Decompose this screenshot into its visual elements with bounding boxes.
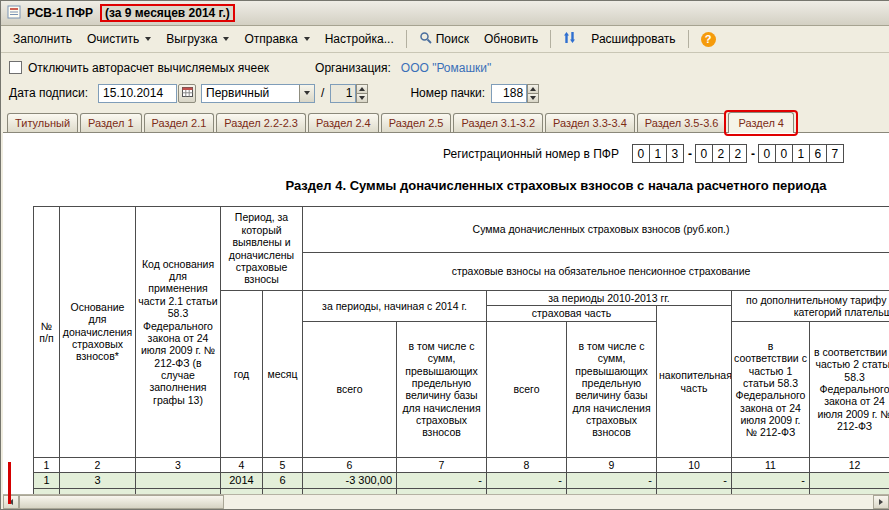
reg-digit-cell: 0 [775,144,793,163]
scroll-thumb[interactable] [19,495,224,509]
organization-label: Организация: [315,61,391,75]
reg-digit-cell: 2 [729,144,747,163]
toolbar-separator [550,30,551,48]
header-cell-periods-2010-2013: за периоды 2010-2013 гг. [487,291,732,306]
send-button-label: Отправка [244,32,297,46]
column-number: 9 [567,457,657,472]
column-number: 5 [263,457,303,472]
calendar-button[interactable] [178,84,196,103]
header-cell-nakop-part: накопительная часть [657,306,732,457]
tab-razdel-2-4[interactable]: Раздел 2.4 [308,113,379,132]
tab-razdel-2-2-2-3[interactable]: Раздел 2.2-2.3 [216,113,306,132]
data-cell[interactable]: 6 [263,473,303,489]
table-row: 1 3 2014 6 -3 300,00 - - - - - - [34,473,889,489]
fill-button[interactable]: Заполнить [6,28,79,50]
header-cell-year: год [221,291,263,458]
tab-titulnyj[interactable]: Титульный [7,113,78,132]
header-cell-basis: Основание для доначисления страховых взн… [60,207,136,458]
header-cell-total-2010: всего [487,321,567,457]
exchange-button[interactable] [556,27,583,51]
reg-digit-cell: 0 [632,144,650,163]
data-cell[interactable]: 1 [34,473,60,489]
settings-button[interactable]: Настройка... [318,28,401,50]
header-cell-total-2014: всего [303,321,397,457]
autocalc-checkbox[interactable] [9,61,22,74]
header-cell-dop-tarif-text: по дополнительному тарифу для отдельных … [734,294,889,319]
report-type-value: Первичный [206,86,269,100]
column-number: 12 [810,457,889,472]
tab-label: Раздел 3.3-3.4 [553,117,627,129]
column-number: 8 [487,457,567,472]
reg-digit-cell: 0 [758,144,776,163]
header-cell-sum: Сумма доначисленных страховых взносов (р… [303,207,889,253]
header-cell-dop-tarif: по дополнительному тарифу для отдельных … [732,291,889,322]
reg-number-field[interactable]: 0 1 3 [633,144,684,163]
data-cell[interactable] [136,473,221,489]
data-cell[interactable]: -3 300,00 [303,473,397,489]
pack-number-stepper[interactable]: 188 [491,84,539,103]
tab-razdel-1[interactable]: Раздел 1 [80,113,142,132]
reg-number-dash: - [688,147,692,161]
data-cell[interactable]: - [397,473,487,489]
registration-number-row: Регистрационный номер в ПФР 0 1 3 - 0 2 … [443,144,889,163]
autocalc-checkbox-label: Отключить авторасчет вычисляемых ячеек [28,61,269,75]
data-cell[interactable]: - [487,473,567,489]
tab-razdel-4[interactable]: Раздел 4 [728,112,794,133]
header-cell-code: Код основания для применения части 2.1 с… [136,207,221,458]
column-number: 3 [136,457,221,472]
window-title: РСВ-1 ПФР [27,6,93,20]
column-number: 6 [303,457,397,472]
scroll-left-button[interactable] [3,495,19,509]
header-cell-strah-part: страховая часть [487,306,657,321]
revision-input[interactable]: 1 [330,84,356,103]
data-cell[interactable]: 3 [60,473,136,489]
reg-digit-cell: 3 [666,144,684,163]
data-cell[interactable]: - [657,473,732,489]
spin-down-button[interactable] [356,93,368,103]
chevron-down-icon [359,96,365,100]
reg-number-field[interactable]: 0 0 1 6 7 [759,144,844,163]
tab-razdel-2-5[interactable]: Раздел 2.5 [381,113,452,132]
header-cell-incl-2010: в том числе с сумм, превышающих предельн… [567,321,657,457]
help-button[interactable]: ? [694,28,723,51]
combo-dropdown-button[interactable] [299,85,314,102]
data-cell[interactable]: - [732,473,810,489]
hscrollbar[interactable] [3,494,889,509]
export-button[interactable]: Выгрузка [159,28,236,50]
reg-digit-cell: 0 [695,144,713,163]
revision-stepper[interactable]: 1 [330,84,368,103]
search-icon [419,31,432,47]
send-button[interactable]: Отправка [237,28,316,50]
help-icon: ? [701,32,716,47]
reg-digit-cell: 1 [649,144,667,163]
refresh-button[interactable]: Обновить [477,28,545,50]
tab-razdel-2-1[interactable]: Раздел 2.1 [144,113,215,132]
decipher-button[interactable]: Расшифровать [584,28,682,50]
data-cell[interactable]: - [567,473,657,489]
sign-date-label: Дата подписи: [9,86,88,100]
up-down-arrows-icon [563,31,576,47]
tab-razdel-3-3-3-4[interactable]: Раздел 3.3-3.4 [545,113,635,132]
reg-number-field[interactable]: 0 2 2 [696,144,747,163]
data-cell[interactable]: 2014 [221,473,263,489]
data-cell[interactable]: - [810,473,889,489]
report-type-combobox[interactable]: Первичный [201,84,315,103]
revision-spin-buttons [356,84,368,103]
report-sheet: Регистрационный номер в ПФР 0 1 3 - 0 2 … [3,132,889,494]
reg-number-dash: - [751,147,755,161]
search-button[interactable]: Поиск [412,27,476,51]
organization-value[interactable]: ООО "Ромашки" [401,61,492,75]
tab-razdel-3-1-3-2[interactable]: Раздел 3.1-3.2 [453,113,543,132]
reg-digit-cell: 6 [809,144,827,163]
sign-date-input[interactable]: 15.10.2014 [98,84,177,103]
toolbar-separator [688,30,689,48]
tab-razdel-3-5-3-6[interactable]: Раздел 3.5-3.6 [637,113,727,132]
column-number: 7 [397,457,487,472]
pack-number-input[interactable]: 188 [491,84,527,103]
form-options-row: Отключить авторасчет вычисляемых ячеек О… [1,53,889,78]
header-cell-month: месяц [263,291,303,458]
scroll-right-button[interactable] [873,495,889,509]
chevron-up-icon [530,87,536,91]
spin-down-button[interactable] [527,93,539,103]
clear-button[interactable]: Очистить [80,28,158,50]
